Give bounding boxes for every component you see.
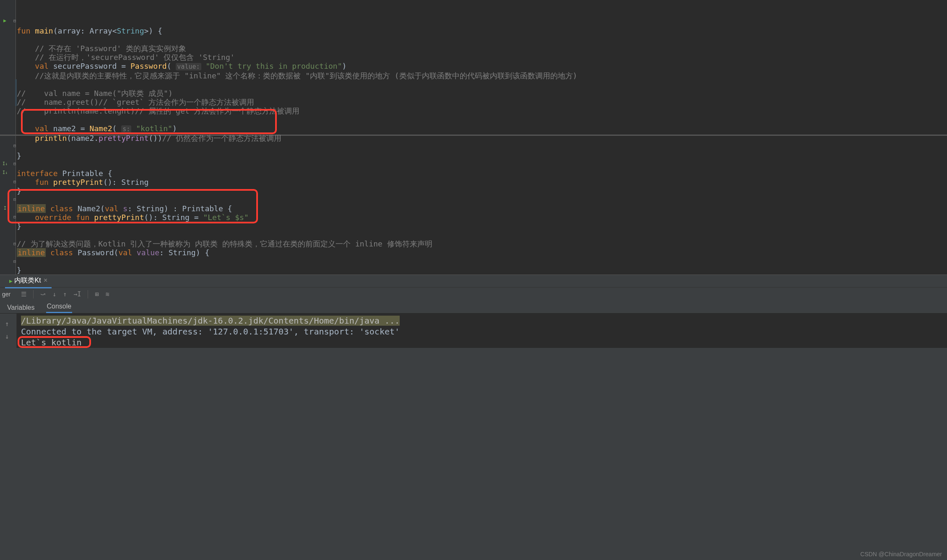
type-string: String — [117, 26, 144, 35]
param-array: array — [58, 26, 81, 35]
param-value: value — [137, 248, 159, 257]
run-icon: ▶ — [9, 279, 13, 283]
var-ref: name2 — [71, 134, 94, 143]
fold-end-icon[interactable]: ⊟ — [13, 259, 16, 264]
watermark: CSDN @ChinaDragonDreamer — [860, 551, 942, 557]
fn-password: Password — [130, 62, 167, 70]
fn-name2: Name2 — [89, 124, 112, 133]
debug-run-tab[interactable]: ▶ 内联类Kt × — [5, 274, 52, 288]
comment: // 在运行时，'securePassword' 仅仅包含 'String' — [35, 53, 234, 62]
console-cmd-line: /Library/Java/JavaVirtualMachines/jdk-16… — [21, 316, 400, 326]
scroll-down-icon[interactable]: ↓ — [5, 331, 9, 342]
close-tab-icon[interactable]: × — [43, 277, 47, 284]
inheritance: : Printable { — [169, 204, 232, 213]
type-string: String — [137, 204, 164, 213]
comment: // name.greet()// `greet` 方法会作为一个静态方法被调用 — [17, 98, 254, 106]
debug-toolbar: ger ☰ ⤻ ↓ ↑ →I ⊞ ≋ — [0, 288, 947, 301]
comment: // 不存在 'Password' 类的真实实例对象 — [35, 44, 186, 53]
keyword-class: class — [50, 248, 73, 257]
console-tab[interactable]: Console — [46, 301, 73, 313]
var-securepwd: securePassword — [53, 62, 117, 70]
keyword-inline: inline — [17, 248, 46, 257]
debugger-label: ger — [2, 291, 17, 298]
type-string: String — [162, 213, 190, 222]
step-into-icon[interactable]: ↓ — [50, 289, 59, 300]
fold-minus-icon[interactable]: ⊟ — [13, 18, 16, 23]
keyword-class: class — [50, 204, 73, 213]
console-status-line: Connected to the target VM, address: '12… — [21, 326, 947, 337]
keyword-fun: fun — [35, 178, 49, 187]
keyword-val: val — [35, 62, 49, 70]
param-s: s — [123, 204, 127, 213]
toolbar-separator — [33, 290, 34, 298]
brace: } — [17, 222, 21, 231]
string-literal: "kotlin" — [136, 124, 172, 133]
var-name2: name2 — [53, 124, 76, 133]
keyword-interface: interface — [17, 169, 58, 178]
trace-icon[interactable]: ≋ — [103, 289, 112, 300]
debug-subtabs: Variables Console — [0, 301, 947, 314]
brace: { — [108, 169, 112, 178]
variables-tab[interactable]: Variables — [6, 302, 36, 313]
comment: // 为了解决这类问题，Kotlin 引入了一种被称为 内联类 的特殊类，它通过… — [17, 239, 432, 248]
class-password: Password — [78, 248, 114, 257]
brace: } — [17, 266, 21, 275]
gutter — [0, 0, 13, 275]
toolbar-separator — [88, 290, 88, 298]
code-editor[interactable]: ▶ ⊟ ⊟ ⊟ ⊟ ⊟ ⊟ ⊟ ⊟ I↓ I↓ I fun main(array… — [0, 0, 947, 275]
type-string: String — [121, 178, 148, 187]
fn-println: println — [35, 134, 67, 143]
scroll-up-icon[interactable]: ↑ — [5, 319, 9, 329]
debug-tabs-row: ▶ 内联类Kt × — [0, 275, 947, 288]
threads-icon[interactable]: ☰ — [18, 289, 29, 300]
keyword-fun: fun — [76, 213, 90, 222]
step-out-icon[interactable]: ↑ — [60, 289, 69, 300]
fold-minus-icon[interactable]: ⊟ — [13, 197, 16, 202]
keyword-fun: fun — [17, 26, 31, 35]
fold-end-icon[interactable]: ⊟ — [13, 215, 16, 219]
keyword-inline: inline — [17, 204, 46, 213]
override-gutter-icon[interactable]: I — [4, 206, 6, 210]
keyword-val: val — [105, 204, 119, 213]
comment: // 仍然会作为一个静态方法被调用 — [162, 134, 282, 143]
type-printable: Printable — [62, 169, 103, 178]
implements-gutter-icon[interactable]: I↓ — [3, 170, 8, 175]
console-stdout: Let`s kotlin — [21, 337, 947, 348]
string-literal: "Don't try this in production" — [206, 62, 342, 70]
op-eq: = — [117, 62, 130, 70]
implements-gutter-icon[interactable]: I↓ — [3, 161, 8, 166]
fold-minus-icon[interactable]: ⊟ — [13, 161, 16, 166]
console-tab-label: Console — [47, 303, 72, 310]
keyword-val: val — [35, 124, 49, 133]
fn-main: main — [35, 26, 53, 35]
code-content[interactable]: fun main(array: Array<String>) { // 不存在 … — [17, 0, 947, 275]
type-array: Array — [89, 26, 112, 35]
step-over-icon[interactable]: ⤻ — [38, 289, 48, 300]
debug-tab-label: 内联类Kt — [14, 277, 41, 284]
fold-end-icon[interactable]: ⊟ — [13, 143, 16, 148]
debug-panel: ▶ 内联类Kt × ger ☰ ⤻ ↓ ↑ →I ⊞ ≋ Variables C… — [0, 275, 947, 560]
console-gutter: ↑ ↓ — [0, 314, 17, 348]
op-eq: = — [76, 124, 90, 133]
param-hint: value: — [176, 63, 201, 70]
string-literal: "Let`s $s" — [203, 213, 248, 222]
comment: //这就是内联类的主要特性，它灵感来源于 "inline" 这个名称：类的数据被… — [35, 71, 577, 80]
console-output[interactable]: ↑ ↓ /Library/Java/JavaVirtualMachines/jd… — [0, 314, 947, 348]
fn-prettyprint: prettyPrint — [94, 213, 144, 222]
brace: { — [158, 26, 162, 35]
run-to-cursor-icon[interactable]: →I — [71, 289, 83, 300]
fold-gutter — [13, 0, 16, 275]
evaluate-icon[interactable]: ⊞ — [92, 289, 101, 300]
run-gutter-icon[interactable]: ▶ — [3, 18, 6, 23]
type-string: String — [169, 248, 196, 257]
param-hint: s: — [121, 125, 131, 133]
method-call: prettyPrint — [99, 134, 148, 143]
brace: } — [17, 151, 21, 160]
variables-tab-label: Variables — [7, 304, 35, 311]
brace: { — [205, 248, 209, 257]
fold-end-icon[interactable]: ⊟ — [13, 179, 16, 184]
fn-prettyprint: prettyPrint — [53, 178, 103, 187]
fold-minus-icon[interactable]: ⊟ — [13, 241, 16, 246]
keyword-override: override — [35, 213, 71, 222]
comment: // val name = Name("内联类 成员") — [17, 89, 173, 98]
